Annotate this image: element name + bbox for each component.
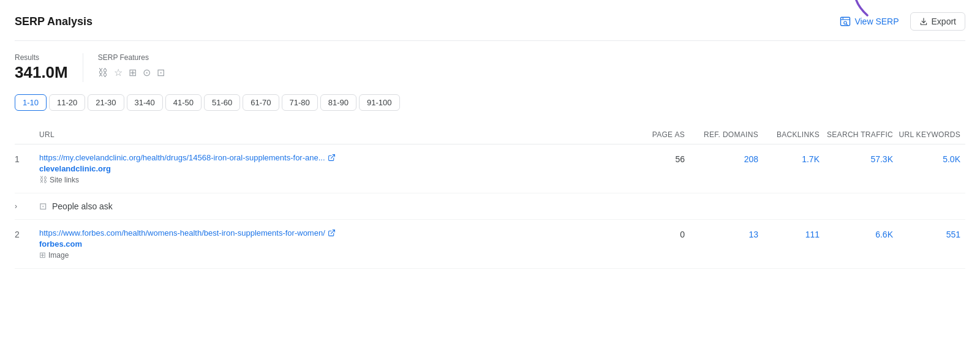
table-row: 2 https://www.forbes.com/health/womens-h… <box>15 220 965 269</box>
page-btn-51-60[interactable]: 51-60 <box>204 94 240 111</box>
serp-features-block: SERP Features ⛓ ☆ ⊞ ⊙ ⊡ <box>83 53 165 78</box>
feature-label-2: Image <box>48 251 69 260</box>
page-btn-21-30[interactable]: 21-30 <box>88 94 124 111</box>
url-feature-2: ⊞ Image <box>39 250 628 260</box>
url-cell-1: https://my.clevelandclinic.org/health/dr… <box>39 153 628 184</box>
serp-features-label: SERP Features <box>98 53 165 62</box>
search-traffic-2: 6.6K <box>824 228 898 239</box>
svg-point-4 <box>844 21 847 24</box>
results-value: 341.0M <box>15 63 68 82</box>
results-label: Results <box>15 53 68 62</box>
view-serp-button[interactable]: View SERP <box>835 13 903 29</box>
url-feature-1: ⛓ Site links <box>39 175 628 184</box>
serp-features-icons: ⛓ ☆ ⊞ ⊙ ⊡ <box>98 67 165 78</box>
page-btn-71-80[interactable]: 71-80 <box>282 94 318 111</box>
col-num <box>15 130 39 139</box>
page-title: SERP Analysis <box>15 15 92 28</box>
page-btn-61-70[interactable]: 61-70 <box>243 94 279 111</box>
search-traffic-1: 57.3K <box>824 153 898 164</box>
page-btn-91-100[interactable]: 91-100 <box>359 94 399 111</box>
page-as-2: 0 <box>628 228 690 239</box>
page-btn-1-10[interactable]: 1-10 <box>15 94 47 111</box>
people-also-ask-label: People also ask <box>52 201 113 211</box>
results-block: Results 341.0M <box>15 53 83 82</box>
page-btn-81-90[interactable]: 81-90 <box>320 94 356 111</box>
page-btn-31-40[interactable]: 31-40 <box>127 94 163 111</box>
col-url-keywords: URL Keywords <box>898 130 965 139</box>
image-icon: ⊞ <box>129 67 137 78</box>
header-actions: View SERP Export <box>835 12 965 31</box>
view-serp-icon <box>840 16 851 27</box>
svg-line-5 <box>846 24 848 25</box>
view-serp-label: View SERP <box>854 17 899 26</box>
export-label: Export <box>932 17 956 26</box>
site-links-icon: ⛓ <box>39 175 47 184</box>
row-number-2: 2 <box>15 228 39 239</box>
pagination: 1-10 11-20 21-30 31-40 41-50 51-60 61-70… <box>15 94 965 111</box>
url-text-2: https://www.forbes.com/health/womens-hea… <box>39 228 325 238</box>
ref-domains-1: 208 <box>690 153 763 164</box>
play-icon: ⊙ <box>143 67 151 78</box>
export-icon <box>919 17 928 26</box>
people-also-ask-icon: ⊡ <box>39 201 47 212</box>
url-text-1: https://my.clevelandclinic.org/health/dr… <box>39 153 325 162</box>
feature-label-1: Site links <box>50 176 79 184</box>
backlinks-2: 111 <box>763 228 824 239</box>
url-domain-1[interactable]: clevelandclinic.org <box>39 164 628 173</box>
row-number-1: 1 <box>15 153 39 164</box>
results-section: Results 341.0M SERP Features ⛓ ☆ ⊞ ⊙ ⊡ <box>15 53 965 82</box>
expand-toggle[interactable]: › <box>15 202 39 211</box>
svg-line-6 <box>331 155 334 159</box>
url-domain-2[interactable]: forbes.com <box>39 239 628 249</box>
external-link-icon-2 <box>328 229 336 237</box>
col-page-as: Page AS <box>628 130 690 139</box>
url-link-1[interactable]: https://my.clevelandclinic.org/health/dr… <box>39 153 628 162</box>
link-icon: ⛓ <box>98 67 108 78</box>
svg-line-7 <box>331 230 334 234</box>
col-backlinks: Backlinks <box>763 130 824 139</box>
backlinks-1: 1.7K <box>763 153 824 164</box>
star-icon: ☆ <box>114 67 123 78</box>
page-btn-11-20[interactable]: 11-20 <box>49 94 85 111</box>
url-cell-2: https://www.forbes.com/health/womens-hea… <box>39 228 628 260</box>
table-row: 1 https://my.clevelandclinic.org/health/… <box>15 144 965 193</box>
feature-content: ⊡ People also ask <box>39 201 965 212</box>
ref-domains-2: 13 <box>690 228 763 239</box>
comment-icon: ⊡ <box>157 67 165 78</box>
image-row-icon: ⊞ <box>39 250 46 260</box>
feature-row-people-also-ask: › ⊡ People also ask <box>15 193 965 220</box>
url-link-2[interactable]: https://www.forbes.com/health/womens-hea… <box>39 228 628 238</box>
table-header: URL Page AS Ref. Domains Backlinks Searc… <box>15 125 965 144</box>
url-keywords-2: 551 <box>898 228 965 239</box>
page-as-1: 56 <box>628 153 690 164</box>
col-ref-domains: Ref. Domains <box>690 130 763 139</box>
url-keywords-1: 5.0K <box>898 153 965 164</box>
col-url: URL <box>39 130 628 139</box>
export-button[interactable]: Export <box>910 12 965 31</box>
external-link-icon-1 <box>328 154 336 162</box>
page-btn-41-50[interactable]: 41-50 <box>165 94 202 111</box>
col-search-traffic: Search Traffic <box>824 130 898 139</box>
